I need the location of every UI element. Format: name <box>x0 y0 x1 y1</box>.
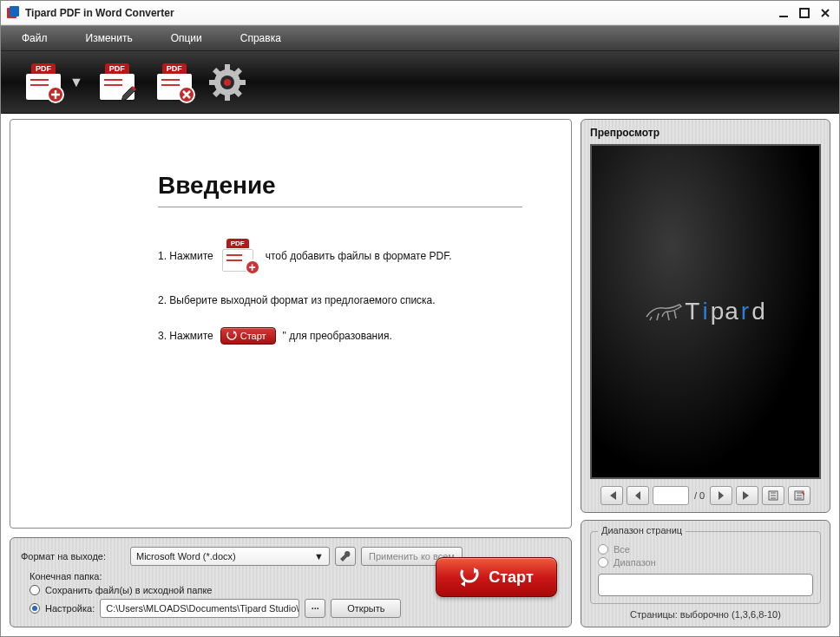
menubar: Файл Изменить Опции Справка <box>1 25 839 51</box>
fit-page-button[interactable] <box>762 486 784 505</box>
svg-rect-3 <box>800 9 809 17</box>
page-input[interactable] <box>653 486 689 505</box>
start-inline-icon: Старт <box>220 327 276 345</box>
custom-folder-radio[interactable] <box>30 603 40 614</box>
svg-point-16 <box>224 79 231 86</box>
maximize-button[interactable] <box>796 6 813 20</box>
range-all-radio[interactable] <box>598 544 608 555</box>
save-source-radio[interactable] <box>30 585 40 595</box>
page-total: / 0 <box>694 490 705 501</box>
menu-help[interactable]: Справка <box>240 32 281 44</box>
svg-rect-7 <box>225 64 230 71</box>
edit-pdf-button[interactable]: PDF <box>94 62 141 103</box>
panther-icon <box>645 301 683 322</box>
browse-button[interactable]: ··· <box>305 599 325 618</box>
range-input[interactable] <box>598 574 813 596</box>
svg-rect-10 <box>239 80 246 85</box>
toolbar: PDF ▼ PDF PDF <box>1 51 839 114</box>
minimize-button[interactable] <box>775 6 792 20</box>
menu-options[interactable]: Опции <box>171 32 202 44</box>
intro-step-2: 2. Выберите выходной формат из предлогае… <box>158 294 522 306</box>
format-value: Microsoft Word (*.docx) <box>136 551 236 561</box>
pdf-badge: PDF <box>162 63 187 74</box>
output-panel: Формат на выходе: Microsoft Word (*.docx… <box>10 537 572 627</box>
plus-icon <box>47 86 64 103</box>
remove-pdf-button[interactable]: PDF <box>151 62 198 103</box>
actual-size-button[interactable] <box>788 486 810 505</box>
step1-prefix: 1. Нажмите <box>158 250 213 262</box>
range-all-label: Все <box>614 544 630 555</box>
svg-rect-8 <box>225 94 230 101</box>
remove-icon <box>178 86 195 103</box>
save-source-label: Сохранить файл(ы) в исходной папке <box>45 585 212 595</box>
titlebar: Tipard PDF in Word Converter <box>1 1 839 25</box>
settings-button[interactable] <box>208 63 246 102</box>
range-legend: Диапазон страниц <box>598 525 686 535</box>
step3-prefix: 3. Нажмите <box>158 330 213 342</box>
preview-box: Tipard <box>590 144 821 479</box>
path-input[interactable]: C:\Users\MLOADS\Documents\Tipard Studio\… <box>100 599 299 618</box>
pdf-badge: PDF <box>31 63 56 74</box>
wrench-icon <box>339 550 351 562</box>
preview-controls: / 0 <box>590 486 821 505</box>
menu-file[interactable]: Файл <box>22 32 48 44</box>
preview-title: Препросмотр <box>590 127 821 139</box>
svg-rect-9 <box>209 80 216 85</box>
pencil-icon <box>119 84 138 103</box>
first-page-button[interactable] <box>600 486 623 505</box>
app-window: Tipard PDF in Word Converter Файл Измени… <box>0 0 840 637</box>
menu-edit[interactable]: Изменить <box>86 32 133 44</box>
last-page-button[interactable] <box>736 486 758 505</box>
custom-label: Настройка: <box>45 603 95 614</box>
chevron-down-icon: ▼ <box>314 551 324 561</box>
range-custom-radio[interactable] <box>598 557 608 568</box>
refresh-icon <box>459 567 480 588</box>
open-folder-button[interactable]: Открыть <box>331 599 401 618</box>
format-label: Формат на выходе: <box>21 551 125 561</box>
svg-rect-2 <box>779 16 788 17</box>
app-icon <box>6 6 20 20</box>
add-pdf-dropdown[interactable]: ▼ <box>69 75 83 90</box>
brand-logo: Tipard <box>645 298 765 325</box>
intro-step-1: 1. Нажмите PDF+ чтоб добавить файлы в фо… <box>158 239 522 273</box>
range-custom-label: Диапазон <box>614 557 656 568</box>
close-button[interactable] <box>817 6 834 20</box>
prev-page-button[interactable] <box>627 486 649 505</box>
add-pdf-inline-icon: PDF+ <box>220 239 259 273</box>
content-area: Введение 1. Нажмите PDF+ чтоб добавить ф… <box>1 114 839 636</box>
page-range-panel: Диапазон страниц Все Диапазон Страницы: … <box>581 520 830 627</box>
step1-suffix: чтоб добавить файлы в формате PDF. <box>266 250 452 262</box>
app-title: Tipard PDF in Word Converter <box>25 7 771 19</box>
format-settings-button[interactable] <box>335 547 356 566</box>
svg-rect-1 <box>10 6 19 16</box>
main-panel: Введение 1. Нажмите PDF+ чтоб добавить ф… <box>10 119 572 529</box>
step3-suffix: " для преобразования. <box>283 330 392 342</box>
add-pdf-button[interactable]: PDF <box>20 62 67 103</box>
next-page-button[interactable] <box>710 486 732 505</box>
start-button[interactable]: Старт <box>436 557 557 597</box>
format-select[interactable]: Microsoft Word (*.docx) ▼ <box>130 547 330 566</box>
intro-heading: Введение <box>158 172 522 207</box>
pdf-badge: PDF <box>105 63 129 74</box>
range-hint: Страницы: выборочно (1,3,6,8-10) <box>590 609 821 620</box>
preview-panel: Препросмотр Tipard / 0 <box>581 119 830 513</box>
intro-step-3: 3. Нажмите Старт " для преобразования. <box>158 327 522 345</box>
